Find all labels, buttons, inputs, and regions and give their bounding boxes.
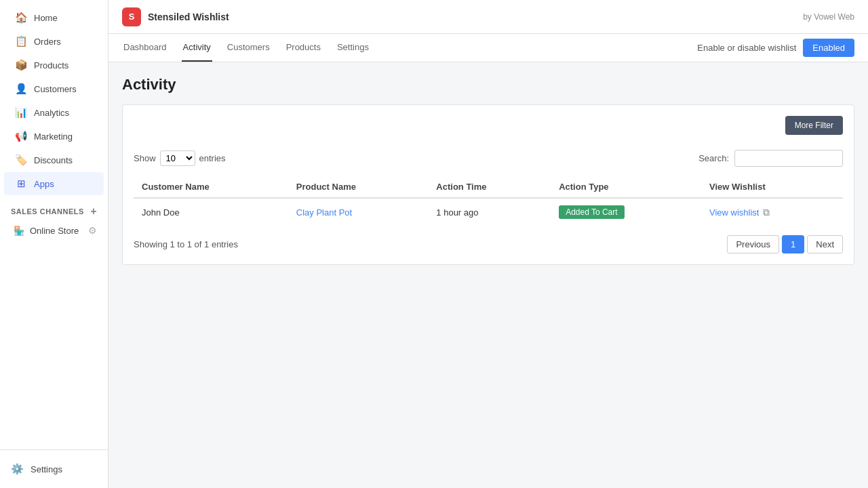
sidebar-item-analytics[interactable]: 📊 Analytics [4, 101, 104, 124]
copy-icon[interactable]: ⧉ [763, 207, 770, 218]
sidebar-item-home[interactable]: 🏠 Home [4, 6, 104, 29]
sidebar-footer: ⚙️ Settings [0, 449, 108, 488]
apps-icon: ⊞ [15, 178, 27, 190]
cell-action-type: Added To Cart [551, 198, 701, 226]
sales-channels-section: SALES CHANNELS + [0, 196, 108, 220]
enabled-button[interactable]: Enabled [803, 39, 854, 57]
store-icon: 🏪 [14, 226, 24, 236]
col-product-name: Product Name [288, 176, 429, 198]
sidebar-item-customers[interactable]: 👤 Customers [4, 77, 104, 100]
sidebar-item-orders[interactable]: 📋 Orders [4, 30, 104, 53]
col-action-time: Action Time [428, 176, 551, 198]
view-wishlist-cell: View wishlist ⧉ [709, 207, 835, 218]
page-title: Activity [122, 76, 854, 94]
cell-view-wishlist: View wishlist ⧉ [701, 198, 843, 226]
sidebar-item-label: Orders [34, 37, 61, 47]
tab-customers[interactable]: Customers [226, 34, 271, 62]
main-area: S Stensiled Wishlist by Vowel Web Dashbo… [108, 0, 868, 488]
sales-channels-label: SALES CHANNELS [11, 207, 84, 216]
sidebar-item-products[interactable]: 📦 Products [4, 54, 104, 77]
subnav: Dashboard Activity Customers Products Se… [108, 34, 868, 62]
show-label: Show [134, 153, 156, 163]
sidebar-item-online-store[interactable]: 🏪 Online Store ⚙ [0, 220, 108, 241]
sidebar-item-discounts[interactable]: 🏷️ Discounts [4, 148, 104, 171]
tab-activity[interactable]: Activity [182, 34, 212, 62]
cell-product-name: Clay Plant Pot [288, 198, 429, 226]
sidebar: 🏠 Home 📋 Orders 📦 Products 👤 Customers 📊… [0, 0, 108, 488]
topbar-by: by Vowel Web [803, 12, 854, 22]
col-action-type: Action Type [551, 176, 701, 198]
sidebar-item-marketing[interactable]: 📢 Marketing [4, 125, 104, 148]
orders-icon: 📋 [15, 35, 27, 47]
view-wishlist-link[interactable]: View wishlist [709, 207, 759, 218]
search-input[interactable] [734, 150, 843, 167]
show-entries: Show 10 25 50 100 entries [134, 150, 226, 166]
sidebar-item-label: Home [34, 13, 58, 23]
subnav-tabs: Dashboard Activity Customers Products Se… [122, 34, 370, 62]
sidebar-item-label: Analytics [34, 108, 69, 118]
enable-label: Enable or disable wishlist [697, 43, 796, 53]
pagination: Previous 1 Next [727, 235, 843, 253]
table-footer: Showing 1 to 1 of 1 entries Previous 1 N… [134, 235, 843, 253]
more-filter-button[interactable]: More Filter [785, 116, 843, 135]
search-label: Search: [698, 153, 729, 163]
app-logo-text: S [129, 12, 135, 22]
sidebar-item-label: Customers [34, 84, 77, 94]
table-header-row: Customer Name Product Name Action Time A… [134, 176, 843, 198]
sidebar-item-label: Marketing [34, 131, 73, 142]
product-link[interactable]: Clay Plant Pot [296, 207, 352, 218]
table-controls: Show 10 25 50 100 entries Search: [134, 150, 843, 167]
table-container: More Filter Show 10 25 50 100 entries Se… [122, 104, 854, 265]
topbar-left: S Stensiled Wishlist [122, 7, 229, 26]
page-1-button[interactable]: 1 [782, 235, 804, 253]
sidebar-item-label: Products [34, 60, 68, 70]
next-button[interactable]: Next [807, 235, 843, 253]
table-row: John Doe Clay Plant Pot 1 hour ago Added… [134, 198, 843, 226]
enable-row: Enable or disable wishlist Enabled [697, 39, 854, 57]
previous-button[interactable]: Previous [727, 235, 779, 253]
page-content: Activity More Filter Show 10 25 50 100 e… [108, 62, 868, 488]
settings-label: Settings [31, 464, 62, 474]
online-store-label: Online Store [30, 226, 79, 236]
analytics-icon: 📊 [15, 106, 27, 119]
sidebar-item-label: Discounts [34, 155, 73, 165]
col-view-wishlist: View Wishlist [701, 176, 843, 198]
sidebar-item-apps[interactable]: ⊞ Apps [4, 172, 104, 195]
store-settings-icon[interactable]: ⚙ [88, 225, 97, 236]
home-icon: 🏠 [15, 12, 27, 24]
settings-icon: ⚙️ [11, 463, 24, 475]
tab-products[interactable]: Products [285, 34, 322, 62]
col-customer-name: Customer Name [134, 176, 288, 198]
action-type-badge: Added To Cart [559, 205, 625, 219]
sidebar-item-label: Apps [34, 179, 54, 189]
sidebar-nav: 🏠 Home 📋 Orders 📦 Products 👤 Customers 📊… [0, 0, 108, 449]
discounts-icon: 🏷️ [15, 154, 27, 166]
top-actions: More Filter [134, 116, 843, 143]
add-sales-channel-button[interactable]: + [90, 205, 97, 218]
cell-customer-name: John Doe [134, 198, 288, 226]
entries-select[interactable]: 10 25 50 100 [160, 150, 195, 166]
marketing-icon: 📢 [15, 130, 27, 142]
activity-table: Customer Name Product Name Action Time A… [134, 176, 843, 226]
customers-icon: 👤 [15, 83, 27, 95]
tab-dashboard[interactable]: Dashboard [122, 34, 168, 62]
app-logo: S [122, 7, 141, 26]
search-area: Search: [698, 150, 843, 167]
entries-label: entries [199, 153, 226, 163]
online-store-left: 🏪 Online Store [14, 226, 79, 236]
sidebar-item-settings[interactable]: ⚙️ Settings [11, 458, 97, 480]
topbar: S Stensiled Wishlist by Vowel Web [108, 0, 868, 34]
products-icon: 📦 [15, 59, 27, 71]
cell-action-time: 1 hour ago [428, 198, 551, 226]
tab-settings[interactable]: Settings [336, 34, 370, 62]
showing-text: Showing 1 to 1 of 1 entries [134, 239, 238, 249]
app-title: Stensiled Wishlist [148, 12, 229, 22]
